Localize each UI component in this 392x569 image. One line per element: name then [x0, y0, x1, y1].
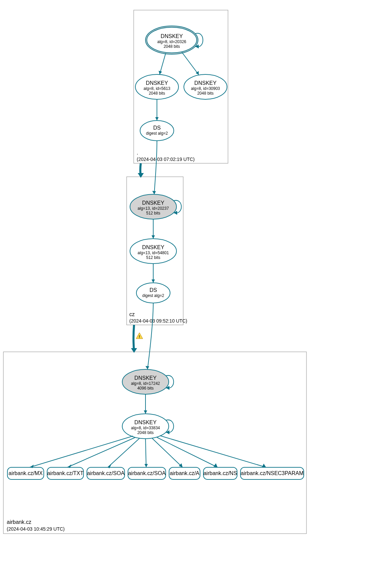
- svg-text:airbank.cz/TXT: airbank.cz/TXT: [47, 470, 84, 476]
- svg-text:airbank.cz/A: airbank.cz/A: [170, 470, 199, 476]
- svg-marker-39: [145, 366, 149, 369]
- edge-czds-abksk: [148, 303, 153, 369]
- edge-abzsk-mx: [30, 436, 133, 467]
- svg-text:DS: DS: [150, 287, 157, 293]
- edge-rootksk-zsk2: [182, 52, 199, 75]
- node-airbank-zsk: DNSKEY alg=8, id=33834 2048 bits: [122, 414, 169, 439]
- node-cz-ds: DS digest alg=2: [136, 283, 170, 303]
- zone-cz-name: cz: [129, 311, 135, 317]
- svg-marker-68: [144, 464, 148, 467]
- svg-text:2048 bits: 2048 bits: [137, 430, 154, 435]
- svg-marker-31: [152, 235, 155, 239]
- node-root-ds: DS digest alg=2: [140, 121, 174, 141]
- node-cz-ksk: DNSKEY alg=13, id=20237 512 bits: [130, 194, 176, 219]
- svg-text:4096 bits: 4096 bits: [137, 386, 154, 391]
- dnssec-graph: . (2024-04-03 07:02:19 UTC) DNSKEY alg=8…: [0, 0, 392, 569]
- edge-abzsk-soa2: [145, 439, 146, 467]
- rrset-ns: airbank.cz/NS: [203, 467, 237, 479]
- rrset-mx: airbank.cz/MX: [7, 467, 44, 479]
- node-airbank-ksk: DNSKEY alg=8, id=17242 4096 bits: [122, 369, 169, 394]
- svg-text:DNSKEY: DNSKEY: [142, 244, 164, 250]
- warning-icon: !: [136, 333, 143, 339]
- edge-abzsk-nsec3param: [160, 436, 266, 467]
- svg-text:alg=13, id=20237: alg=13, id=20237: [138, 206, 169, 211]
- svg-text:2048 bits: 2048 bits: [149, 91, 165, 96]
- svg-text:airbank.cz/SOA: airbank.cz/SOA: [128, 470, 165, 476]
- edge-delegation-cz-airbank: [134, 325, 134, 351]
- svg-marker-14: [159, 71, 162, 74]
- svg-marker-71: [262, 464, 266, 467]
- zone-airbank-time: (2024-04-03 10:45:29 UTC): [7, 526, 65, 532]
- svg-text:airbank.cz/MX: airbank.cz/MX: [8, 470, 43, 476]
- edge-rootksk-zsk1: [160, 53, 166, 74]
- svg-text:DNSKEY: DNSKEY: [142, 200, 164, 206]
- rrset-soa2: airbank.cz/SOA: [128, 467, 166, 479]
- svg-text:airbank.cz/SOA: airbank.cz/SOA: [87, 470, 124, 476]
- edge-abzsk-ns: [157, 437, 218, 467]
- svg-text:alg=8, id=30903: alg=8, id=30903: [191, 86, 220, 91]
- svg-text:!: !: [139, 335, 140, 339]
- svg-text:DS: DS: [153, 125, 161, 131]
- svg-text:DNSKEY: DNSKEY: [194, 80, 217, 86]
- svg-text:alg=8, id=17242: alg=8, id=17242: [131, 381, 160, 386]
- rrset-nsec3param: airbank.cz/NSEC3PARAM: [240, 467, 304, 479]
- rrset-soa1: airbank.cz/SOA: [87, 467, 125, 479]
- svg-point-32: [136, 283, 170, 303]
- edge-abzsk-txt: [67, 437, 135, 467]
- svg-marker-35: [152, 279, 155, 283]
- svg-point-16: [140, 121, 174, 141]
- svg-marker-19: [155, 117, 159, 121]
- edge-rootds-czksk: [154, 141, 157, 194]
- zone-root-time: (2024-04-03 07:02:19 UTC): [137, 157, 195, 162]
- node-root-ksk: DNSKEY alg=8, id=20326 2048 bits: [145, 26, 198, 54]
- svg-text:airbank.cz/NS: airbank.cz/NS: [203, 470, 237, 476]
- zone-root-name: .: [137, 150, 138, 156]
- svg-text:2048 bits: 2048 bits: [164, 44, 180, 49]
- zone-cz-time: (2024-04-03 09:52:10 UTC): [129, 318, 187, 324]
- rrset-a: airbank.cz/A: [169, 467, 200, 479]
- svg-marker-49: [144, 410, 147, 414]
- rrset-txt: airbank.cz/TXT: [47, 467, 84, 479]
- svg-text:alg=8, id=5613: alg=8, id=5613: [143, 86, 170, 91]
- svg-text:alg=8, id=33834: alg=8, id=33834: [131, 426, 160, 430]
- svg-marker-21: [152, 191, 156, 194]
- svg-text:DNSKEY: DNSKEY: [146, 80, 168, 86]
- svg-text:DNSKEY: DNSKEY: [134, 375, 157, 381]
- node-cz-zsk: DNSKEY alg=13, id=54801 512 bits: [130, 239, 176, 264]
- node-root-zsk1: DNSKEY alg=8, id=5613 2048 bits: [135, 74, 178, 99]
- svg-marker-36: [131, 348, 137, 353]
- svg-text:alg=8, id=20326: alg=8, id=20326: [157, 39, 186, 44]
- svg-text:alg=13, id=54801: alg=13, id=54801: [138, 250, 169, 255]
- svg-text:512 bits: 512 bits: [146, 255, 160, 260]
- svg-text:digest alg=2: digest alg=2: [142, 293, 164, 298]
- svg-text:2048 bits: 2048 bits: [197, 91, 214, 96]
- svg-text:airbank.cz/NSEC3PARAM: airbank.cz/NSEC3PARAM: [241, 470, 303, 476]
- zone-airbank-name: airbank.cz: [7, 519, 31, 525]
- node-root-zsk2: DNSKEY alg=8, id=30903 2048 bits: [184, 74, 227, 99]
- svg-text:digest alg=2: digest alg=2: [146, 131, 168, 136]
- svg-marker-20: [138, 173, 144, 178]
- svg-text:512 bits: 512 bits: [146, 211, 160, 215]
- svg-text:DNSKEY: DNSKEY: [161, 33, 183, 39]
- svg-text:DNSKEY: DNSKEY: [134, 420, 157, 425]
